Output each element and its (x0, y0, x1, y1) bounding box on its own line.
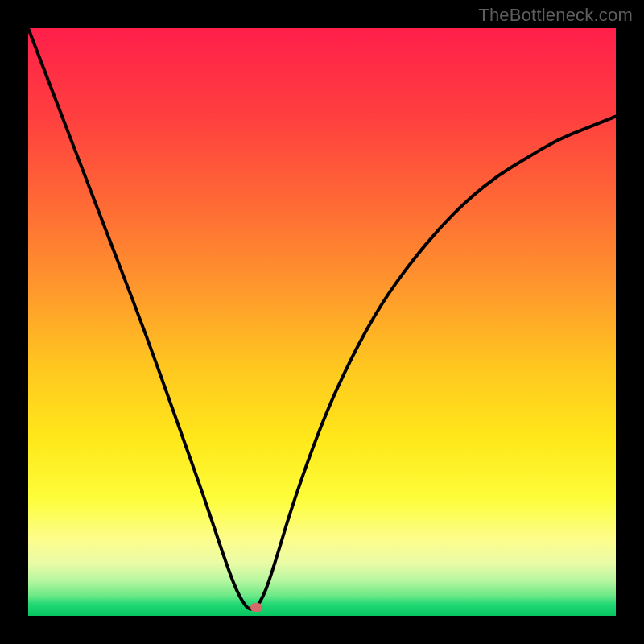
plot-area (28, 28, 616, 616)
optimum-marker (250, 603, 262, 612)
chart-frame: TheBottleneck.com (0, 0, 644, 644)
watermark-text: TheBottleneck.com (478, 5, 633, 26)
curve-svg (28, 28, 616, 616)
bottleneck-curve (28, 28, 616, 609)
